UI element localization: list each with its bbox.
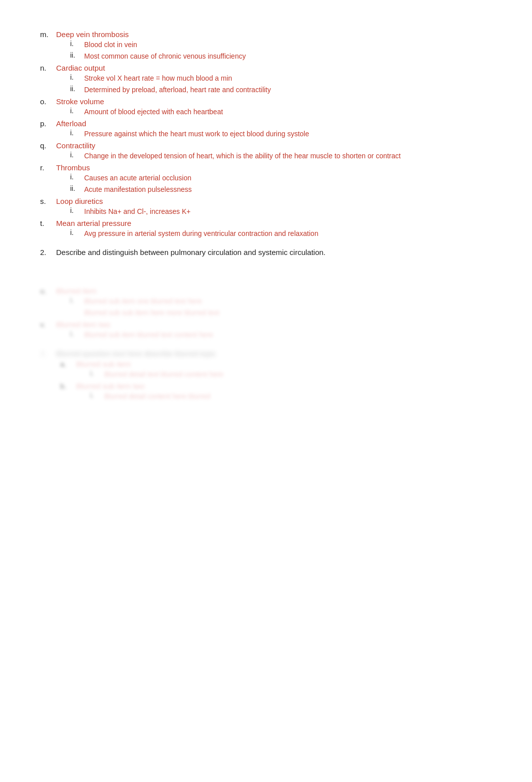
sub-list-item: ii.Acute manifestation pulselessness	[70, 184, 492, 195]
blurred-marker: v.	[40, 320, 52, 329]
sub-list-item: i.Change in the developed tension of hea…	[70, 151, 492, 161]
sub-list-item: i.Pressure against which the heart must …	[70, 129, 492, 139]
sub-list-label: Determined by preload, afterload, heart …	[84, 85, 271, 95]
list-marker: n.	[40, 64, 52, 72]
sub-list-item: i.Avg pressure in arterial system during…	[70, 228, 492, 239]
sub-list-label: Most common cause of chronic venous insu…	[84, 51, 246, 62]
question-2-num: 2.	[40, 248, 52, 256]
list-marker: s.	[40, 197, 52, 205]
blurred-marker: u.	[40, 287, 52, 295]
question-2-text: Describe and distinguish between pulmona…	[56, 248, 326, 256]
sub-list-item: i.Blood clot in vein	[70, 40, 492, 50]
sub-list-marker: i.	[70, 129, 80, 137]
blurred-sub-label: Blurred sub item one blurred text here	[84, 296, 202, 307]
blurred-sub-item: Blurred sub sub item here more blurred t…	[70, 308, 492, 318]
list-label: Afterload	[56, 119, 86, 128]
list-item: n.Cardiac outputi.Stroke vol X heart rat…	[40, 64, 492, 95]
blurred-label: Blurred item two	[56, 320, 110, 329]
sub-list-label: Causes an acute arterial occlusion	[84, 173, 191, 183]
sub-list-marker: i.	[70, 173, 80, 181]
blurred-q3-item: b.Blurred sub item twoi.Blurred detail c…	[60, 382, 492, 402]
sub-list-marker: i.	[70, 228, 80, 236]
sub-list-label: Blood clot in vein	[84, 40, 137, 50]
list-item: o.Stroke volumei.Amount of blood ejected…	[40, 97, 492, 117]
blurred-q3-sub: a.Blurred sub itemi.Blurred detail text …	[40, 360, 492, 402]
sub-list-marker: i.	[70, 206, 80, 214]
blurred-sub-label: Blurred sub item blurred text content he…	[84, 330, 213, 340]
sub-list-label: Acute manifestation pulselessness	[84, 184, 192, 195]
list-marker: m.	[40, 30, 52, 39]
sub-list-label: Amount of blood ejected with each heartb…	[84, 107, 223, 117]
list-marker: o.	[40, 97, 52, 106]
sub-list-marker: i.	[70, 40, 80, 48]
list-label: Thrombus	[56, 163, 90, 172]
blurred-section: u.Blurred itemi.Blurred sub item one blu…	[40, 287, 492, 402]
sub-list-marker: ii.	[70, 85, 80, 93]
question-2: 2. Describe and distinguish between pulm…	[40, 248, 492, 256]
blurred-list: u.Blurred itemi.Blurred sub item one blu…	[40, 287, 492, 340]
list-item: q.Contractilityi.Change in the developed…	[40, 141, 492, 161]
question-3-text: Blurred question text here describe blur…	[56, 349, 216, 358]
sub-list-label: Stroke vol X heart rate = how much blood…	[84, 73, 232, 84]
list-label: Mean arterial pressure	[56, 219, 131, 227]
sub-list-item: ii.Determined by preload, afterload, hea…	[70, 85, 492, 95]
question-3: 3. Blurred question text here describe b…	[40, 349, 492, 358]
blurred-sub-marker: i.	[70, 296, 80, 304]
sub-list-marker: i.	[70, 107, 80, 115]
blurred-sub-label: Blurred sub sub item here more blurred t…	[84, 308, 219, 318]
list-marker: p.	[40, 119, 52, 128]
blurred-q3-item: a.Blurred sub itemi.Blurred detail text …	[60, 360, 492, 380]
sub-list-item: i.Causes an acute arterial occlusion	[70, 173, 492, 183]
blurred-sub-item: i.Blurred sub item blurred text content …	[70, 330, 492, 340]
list-label: Cardiac output	[56, 64, 105, 72]
list-label: Stroke volume	[56, 97, 104, 106]
sub-list-marker: i.	[70, 73, 80, 81]
blurred-list-item: u.Blurred itemi.Blurred sub item one blu…	[40, 287, 492, 318]
list-label: Deep vein thrombosis	[56, 30, 129, 39]
list-item: s.Loop diureticsi.Inhibits Na+ and Cl-, …	[40, 197, 492, 217]
main-list: m.Deep vein thrombosisi.Blood clot in ve…	[40, 30, 492, 239]
sub-list-item: ii.Most common cause of chronic venous i…	[70, 51, 492, 62]
sub-list-marker: i.	[70, 151, 80, 159]
sub-list-label: Pressure against which the heart must wo…	[84, 129, 309, 139]
blurred-sub-marker: i.	[70, 330, 80, 338]
list-label: Loop diuretics	[56, 197, 103, 205]
sub-list-label: Inhibits Na+ and Cl-, increases K+	[84, 206, 190, 217]
question-3-num: 3.	[40, 349, 52, 358]
blurred-list-item: v.Blurred item twoi.Blurred sub item blu…	[40, 320, 492, 340]
blurred-label: Blurred item	[56, 287, 97, 295]
sub-list-marker: ii.	[70, 51, 80, 59]
list-item: p.Afterloadi.Pressure against which the …	[40, 119, 492, 139]
list-marker: t.	[40, 219, 52, 227]
sub-list-item: i.Amount of blood ejected with each hear…	[70, 107, 492, 117]
list-marker: q.	[40, 141, 52, 150]
blurred-sub-item: i.Blurred sub item one blurred text here	[70, 296, 492, 307]
list-item: m.Deep vein thrombosisi.Blood clot in ve…	[40, 30, 492, 62]
sub-list-marker: ii.	[70, 184, 80, 192]
sub-list-item: i.Inhibits Na+ and Cl-, increases K+	[70, 206, 492, 217]
sub-list-label: Change in the developed tension of heart…	[84, 151, 401, 161]
sub-list-item: i.Stroke vol X heart rate = how much blo…	[70, 73, 492, 84]
list-marker: r.	[40, 163, 52, 172]
list-label: Contractility	[56, 141, 95, 150]
sub-list-label: Avg pressure in arterial system during v…	[84, 228, 318, 239]
list-item: r.Thrombusi.Causes an acute arterial occ…	[40, 163, 492, 195]
list-item: t.Mean arterial pressurei.Avg pressure i…	[40, 219, 492, 239]
